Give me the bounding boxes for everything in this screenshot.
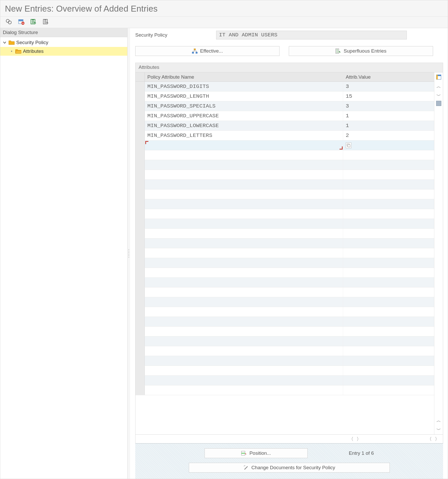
superfluous-entries-button[interactable]: Superfluous Entries [289,46,433,56]
security-policy-label: Security Policy [135,32,210,38]
svg-rect-10 [196,52,197,53]
table-row[interactable]: MIN_PASSWORD_LETTERS2 [136,131,434,141]
delete-entry-icon[interactable] [17,18,25,25]
folder-open-icon [15,49,21,54]
window-title-bar: New Entries: Overview of Added Entries [0,0,448,16]
table-row[interactable] [136,356,434,366]
svg-rect-5 [22,23,24,23]
cell-attr-value[interactable]: 1 [343,111,418,121]
scroll-up-bottom-icon[interactable]: ︿ [435,417,442,424]
svg-rect-9 [192,52,194,53]
table-row[interactable] [136,327,434,336]
position-icon [241,451,247,456]
table-row[interactable] [136,297,434,307]
page-title: New Entries: Overview of Added Entries [5,4,443,14]
attributes-grid-body: MIN_PASSWORD_DIGITS3MIN_PASSWORD_LENGTH1… [136,82,434,434]
folder-icon [9,40,15,45]
hscroll-right-icon[interactable]: 〉 [355,435,362,443]
table-row[interactable] [136,307,434,317]
table-row[interactable] [136,141,434,150]
toggle-display-icon[interactable] [5,18,13,25]
dialog-structure-panel: Dialog Structure Security Policy • Attri… [0,28,128,479]
splitter-handle[interactable] [128,28,130,479]
position-label: Position... [249,450,271,456]
attr-name-input[interactable] [145,141,343,150]
app-toolbar [0,16,448,28]
scroll-down-icon[interactable]: ﹀ [435,92,442,99]
hierarchy-icon [192,48,198,54]
table-row[interactable] [136,346,434,356]
table-row[interactable] [136,248,434,258]
table-row[interactable] [136,336,434,346]
table-row[interactable] [136,376,434,385]
attributes-grid-header: Policy Attribute Name Attrib.Value [136,72,434,82]
value-help-icon[interactable] [346,143,351,148]
hscroll-left-end-icon[interactable]: 〈 [426,435,433,443]
svg-point-0 [6,19,9,22]
configure-columns-icon[interactable] [435,73,442,81]
deselect-all-icon[interactable] [42,18,50,25]
list-arrow-icon [335,48,341,54]
change-documents-label: Change Documents for Security Policy [251,465,335,470]
table-row[interactable] [136,317,434,327]
table-row[interactable] [136,160,434,170]
cell-attr-name[interactable]: MIN_PASSWORD_DIGITS [145,82,343,91]
svg-point-1 [8,21,11,24]
hscroll-left-icon[interactable]: 〈 [348,435,355,443]
table-row[interactable] [136,366,434,376]
scrollbar-thumb[interactable] [436,101,441,106]
svg-rect-8 [194,49,196,50]
entry-counter: Entry 1 of 6 [349,450,374,456]
table-row[interactable]: MIN_PASSWORD_DIGITS3 [136,82,434,92]
column-header-name[interactable]: Policy Attribute Name [145,72,343,81]
table-row[interactable] [136,180,434,189]
table-row[interactable] [136,268,434,278]
select-all-icon[interactable] [30,18,37,25]
hscroll-right-end-icon[interactable]: 〉 [434,435,441,443]
table-row[interactable] [136,278,434,287]
tree-label-attributes: Attributes [23,48,44,54]
cell-attr-name[interactable]: MIN_PASSWORD_LETTERS [145,131,343,140]
table-row[interactable] [136,199,434,209]
scroll-down-bottom-icon[interactable]: ﹀ [435,426,442,433]
table-row[interactable]: MIN_PASSWORD_LENGTH15 [136,92,434,101]
table-row[interactable] [136,209,434,219]
svg-rect-16 [436,75,438,79]
table-row[interactable]: MIN_PASSWORD_UPPERCASE1 [136,111,434,121]
cell-attr-value[interactable]: 3 [343,82,418,91]
cell-attr-value[interactable]: 15 [343,92,418,101]
cell-attr-name[interactable]: MIN_PASSWORD_UPPERCASE [145,111,343,121]
dialog-structure-header: Dialog Structure [0,28,127,37]
cell-attr-name[interactable]: MIN_PASSWORD_LOWERCASE [145,121,343,130]
table-row[interactable] [136,219,434,229]
svg-rect-18 [241,453,245,454]
cell-attr-name[interactable]: MIN_PASSWORD_LENGTH [145,92,343,101]
tree-node-security-policy[interactable]: Security Policy [0,38,127,47]
change-documents-button[interactable]: Change Documents for Security Policy [189,463,390,473]
tree-bullet-icon: • [10,49,14,54]
effective-button[interactable]: Effective... [135,46,280,56]
table-row[interactable] [136,150,434,160]
tree-node-attributes[interactable]: • Attributes [0,47,127,56]
table-row[interactable] [136,229,434,238]
cell-attr-name[interactable]: MIN_PASSWORD_SPECIALS [145,101,343,111]
cell-attr-value[interactable]: 1 [343,121,418,130]
superfluous-label: Superfluous Entries [344,48,386,54]
cell-attr-value[interactable]: 3 [343,101,418,111]
scroll-up-icon[interactable]: ︿ [435,83,442,90]
tree-toggle-icon[interactable] [2,41,7,44]
column-header-value[interactable]: Attrib.Value [343,72,418,81]
position-button[interactable]: Position... [205,448,308,458]
table-row[interactable] [136,189,434,199]
table-row[interactable] [136,238,434,248]
wand-icon [243,465,249,470]
table-row[interactable] [136,287,434,297]
table-row[interactable] [136,170,434,180]
table-row[interactable]: MIN_PASSWORD_SPECIALS3 [136,101,434,111]
table-row[interactable] [136,258,434,268]
table-row[interactable]: MIN_PASSWORD_LOWERCASE1 [136,121,434,131]
svg-rect-2 [19,20,23,21]
cell-attr-value[interactable]: 2 [343,131,418,140]
table-row[interactable] [136,385,434,395]
tree-label-security-policy: Security Policy [16,40,48,45]
